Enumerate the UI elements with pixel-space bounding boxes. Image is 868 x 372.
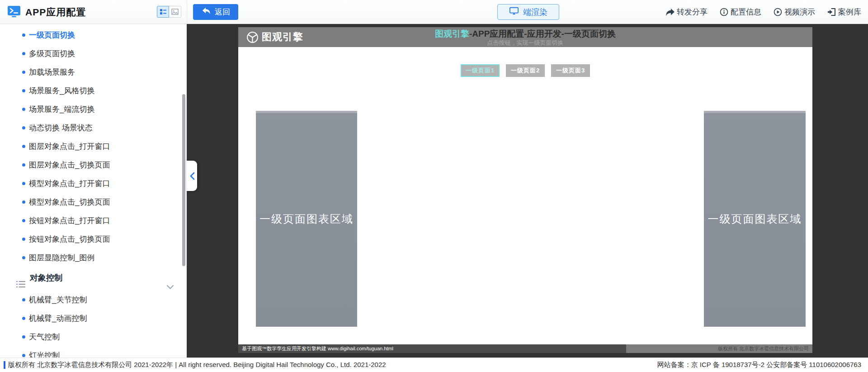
sidebar-collapse-button[interactable] [187,161,197,191]
image-view-toggle-button[interactable] [169,6,181,18]
sidebar-item-arm-animation-control[interactable]: 机械臂_动画控制 [0,309,187,328]
chart-area-left-label: 一级页面图表区域 [259,212,354,226]
monitor-icon [509,6,519,18]
app-root: APP应用配置 返回 端渲染 转发分享 [0,0,868,372]
sidebar-item-load-scene-service[interactable]: 加载场景服务 [0,63,187,81]
preview-footer-copyright: 版权所有 北京数字冰雹信息技术有限公司 [718,344,809,353]
share-button[interactable]: 转发分享 [665,7,708,17]
top-actions: 转发分享 配置信息 视频演示 案例库 [665,0,861,24]
page-button-1[interactable]: 一级页面1 [461,64,500,77]
config-info-button[interactable]: 配置信息 [720,7,761,17]
preview-title: 图观引擎-APP应用配置-应用开发-一级页面切换 [238,29,812,39]
sidebar-nav-list: 一级页面切换 多级页面切换 加载场景服务 场景服务_风格切换 场景服务_端流切换… [0,24,187,358]
info-icon [720,8,728,16]
footer-copyright: 版权所有 北京数字冰雹信息技术有限公司 2021-2022年 | All rig… [4,358,386,372]
sidebar-item-multilevel-page-switch[interactable]: 多级页面切换 [0,44,187,63]
page-button-2[interactable]: 一级页面2 [506,64,545,77]
preview-footer-engine-note: 基于图观™数字孪生应用开发引擎构建 www.digihail.com/tugua… [238,344,626,353]
sidebar-item-arm-joint-control[interactable]: 机械臂_关节控制 [0,291,187,309]
back-arrow-icon [201,6,211,18]
library-icon [827,8,836,16]
sidebar-item-button-click-open-window[interactable]: 按钮对象点击_打开窗口 [0,211,187,230]
terminal-icon [7,5,21,19]
sidebar: 一级页面切换 多级页面切换 加载场景服务 场景服务_风格切换 场景服务_端流切换… [0,24,187,358]
header-divider [187,0,187,24]
chart-area-right: 一级页面图表区域 [704,111,806,327]
sidebar-item-layer-click-open-window[interactable]: 图层对象点击_打开窗口 [0,137,187,156]
stage: 图观引擎 图观引擎-APP应用配置-应用开发-一级页面切换 点击按钮，实现一级页… [187,24,868,358]
preview-header: 图观引擎 图观引擎-APP应用配置-应用开发-一级页面切换 点击按钮，实现一级页… [238,27,812,47]
sidebar-item-layer-visibility-legend[interactable]: 图层显隐控制_图例 [0,248,187,267]
play-icon [774,8,782,16]
sidebar-item-layer-click-switch-page[interactable]: 图层对象点击_切换页面 [0,156,187,174]
footer-icp-record: 网站备案：京 ICP 备 19018737号-2 公安部备案号 11010602… [657,358,861,372]
sidebar-item-scene-style-switch[interactable]: 场景服务_风格切换 [0,81,187,100]
sidebar-item-partial[interactable]: 灯光控制 [0,346,187,358]
page-title: APP应用配置 [25,6,86,19]
share-icon [665,8,675,16]
sidebar-item-scene-stream-switch[interactable]: 场景服务_端流切换 [0,100,187,119]
sidebar-item-model-click-switch-page[interactable]: 模型对象点击_切换页面 [0,193,187,211]
app-title-group: APP应用配置 [7,0,86,24]
image-icon [171,8,179,15]
chart-area-left: 一级页面图表区域 [256,111,357,327]
page-button-3[interactable]: 一级页面3 [551,64,590,77]
view-toggle-group [157,6,181,18]
list-layout-icon [160,8,167,15]
preview-footer: 基于图观™数字孪生应用开发引擎构建 www.digihail.com/tugua… [238,344,812,353]
app-preview: 图观引擎 图观引擎-APP应用配置-应用开发-一级页面切换 点击按钮，实现一级页… [238,27,812,353]
sidebar-item-level1-page-switch[interactable]: 一级页面切换 [0,26,187,44]
list-view-toggle-button[interactable] [157,6,169,18]
preview-subtitle: 点击按钮，实现一级页面切换 [238,39,812,47]
video-demo-button[interactable]: 视频演示 [774,7,815,17]
back-button[interactable]: 返回 [193,4,238,20]
client-render-button[interactable]: 端渲染 [497,4,559,20]
sidebar-item-button-click-switch-page[interactable]: 按钮对象点击_切换页面 [0,230,187,248]
chart-area-right-label: 一级页面图表区域 [708,212,802,226]
preview-titles: 图观引擎-APP应用配置-应用开发-一级页面切换 点击按钮，实现一级页面切换 [238,29,812,47]
sidebar-section-object-control[interactable]: 对象控制 [0,267,187,289]
page-button-row: 一级页面1 一级页面2 一级页面3 [238,64,812,77]
topbar: APP应用配置 返回 端渲染 转发分享 [0,0,868,24]
sidebar-item-model-click-open-window[interactable]: 模型对象点击_打开窗口 [0,174,187,193]
chevron-left-icon [189,172,195,180]
case-library-button[interactable]: 案例库 [827,7,861,17]
sidebar-item-weather-control[interactable]: 天气控制 [0,328,187,346]
sidebar-scrollbar-thumb[interactable] [182,94,185,266]
app-footer: 版权所有 北京数字冰雹信息技术有限公司 2021-2022年 | All rig… [0,358,868,372]
sidebar-item-dynamic-scene-state[interactable]: 动态切换 场景状态 [0,119,187,137]
